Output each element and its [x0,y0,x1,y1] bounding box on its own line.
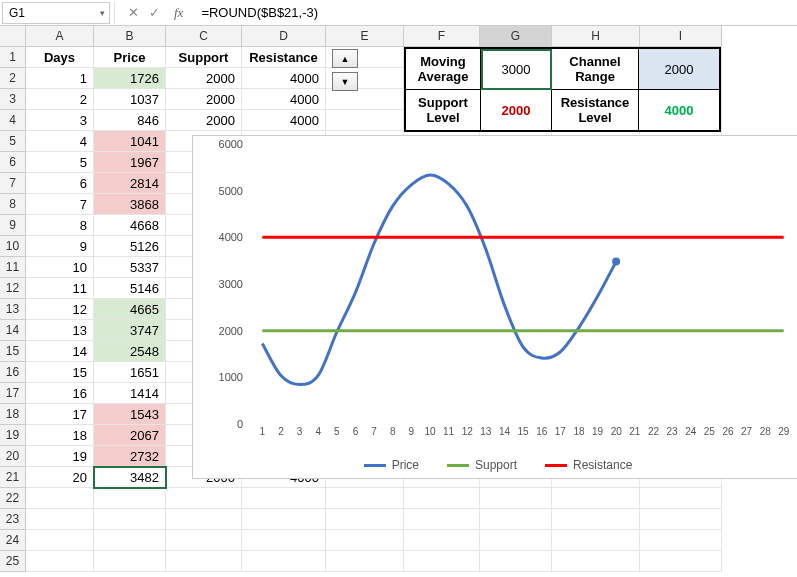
cell-A15[interactable]: 14 [26,341,94,362]
cell-E23[interactable] [326,509,404,530]
cell-B22[interactable] [94,488,166,509]
cell-D24[interactable] [242,530,326,551]
cell-I25[interactable] [640,551,722,572]
row-header-3[interactable]: 3 [0,89,26,110]
formula-input[interactable] [195,2,797,24]
cell-A10[interactable]: 9 [26,236,94,257]
cell-B1[interactable]: Price [94,47,166,68]
cell-D1[interactable]: Resistance [242,47,326,68]
select-all-corner[interactable] [0,26,26,47]
row-header-20[interactable]: 20 [0,446,26,467]
cell-H23[interactable] [552,509,640,530]
row-header-7[interactable]: 7 [0,173,26,194]
cell-D3[interactable]: 4000 [242,89,326,110]
cell-B5[interactable]: 1041 [94,131,166,152]
spinner-up-button[interactable]: ▲ [332,49,358,68]
row-header-2[interactable]: 2 [0,68,26,89]
col-header-B[interactable]: B [94,26,166,47]
cell-A16[interactable]: 15 [26,362,94,383]
cell-B19[interactable]: 2067 [94,425,166,446]
cell-G22[interactable] [480,488,552,509]
cell-E4[interactable] [326,110,404,131]
cell-C3[interactable]: 2000 [166,89,242,110]
fx-icon[interactable]: fx [170,5,187,21]
cell-C23[interactable] [166,509,242,530]
cell-B11[interactable]: 5337 [94,257,166,278]
cell-B9[interactable]: 4668 [94,215,166,236]
row-header-11[interactable]: 11 [0,257,26,278]
row-header-14[interactable]: 14 [0,320,26,341]
col-header-I[interactable]: I [640,26,722,47]
moving-average-value[interactable]: 3000 [481,49,552,90]
row-header-25[interactable]: 25 [0,551,26,572]
col-header-E[interactable]: E [326,26,404,47]
cell-G25[interactable] [480,551,552,572]
accept-icon[interactable]: ✓ [149,5,160,20]
cell-C4[interactable]: 2000 [166,110,242,131]
cell-B2[interactable]: 1726 [94,68,166,89]
col-header-C[interactable]: C [166,26,242,47]
cell-G23[interactable] [480,509,552,530]
col-header-D[interactable]: D [242,26,326,47]
cell-A13[interactable]: 12 [26,299,94,320]
cell-B21[interactable]: 3482 [94,467,166,488]
row-header-5[interactable]: 5 [0,131,26,152]
cell-B18[interactable]: 1543 [94,404,166,425]
cell-B13[interactable]: 4665 [94,299,166,320]
cell-A7[interactable]: 6 [26,173,94,194]
cell-A11[interactable]: 10 [26,257,94,278]
cell-A2[interactable]: 1 [26,68,94,89]
cell-F25[interactable] [404,551,480,572]
row-header-9[interactable]: 9 [0,215,26,236]
row-header-15[interactable]: 15 [0,341,26,362]
row-header-19[interactable]: 19 [0,425,26,446]
cell-B4[interactable]: 846 [94,110,166,131]
col-header-F[interactable]: F [404,26,480,47]
cell-D2[interactable]: 4000 [242,68,326,89]
cell-A17[interactable]: 16 [26,383,94,404]
cell-A23[interactable] [26,509,94,530]
cell-A22[interactable] [26,488,94,509]
cell-H25[interactable] [552,551,640,572]
row-header-10[interactable]: 10 [0,236,26,257]
cell-B20[interactable]: 2732 [94,446,166,467]
chart[interactable]: 0100020003000400050006000 4000 2000 1234… [192,135,797,479]
cell-C25[interactable] [166,551,242,572]
cell-F23[interactable] [404,509,480,530]
cell-A18[interactable]: 17 [26,404,94,425]
cell-E24[interactable] [326,530,404,551]
name-box[interactable]: G1 ▾ [2,2,110,24]
cell-A21[interactable]: 20 [26,467,94,488]
row-header-6[interactable]: 6 [0,152,26,173]
cell-F24[interactable] [404,530,480,551]
cell-B23[interactable] [94,509,166,530]
cell-A20[interactable]: 19 [26,446,94,467]
support-level-value[interactable]: 2000 [481,90,552,131]
cell-B12[interactable]: 5146 [94,278,166,299]
cell-A3[interactable]: 2 [26,89,94,110]
cell-A9[interactable]: 8 [26,215,94,236]
cell-A24[interactable] [26,530,94,551]
cell-B10[interactable]: 5126 [94,236,166,257]
cell-H22[interactable] [552,488,640,509]
cell-I24[interactable] [640,530,722,551]
col-header-G[interactable]: G [480,26,552,47]
cell-I22[interactable] [640,488,722,509]
cell-G24[interactable] [480,530,552,551]
row-header-4[interactable]: 4 [0,110,26,131]
cell-F22[interactable] [404,488,480,509]
cell-B3[interactable]: 1037 [94,89,166,110]
cell-B15[interactable]: 2548 [94,341,166,362]
cell-D25[interactable] [242,551,326,572]
row-header-22[interactable]: 22 [0,488,26,509]
cell-A25[interactable] [26,551,94,572]
row-header-21[interactable]: 21 [0,467,26,488]
resistance-level-value[interactable]: 4000 [639,90,720,131]
cell-I23[interactable] [640,509,722,530]
row-header-24[interactable]: 24 [0,530,26,551]
cell-E22[interactable] [326,488,404,509]
cell-D23[interactable] [242,509,326,530]
spinner-down-button[interactable]: ▼ [332,72,358,91]
cell-C22[interactable] [166,488,242,509]
cell-B7[interactable]: 2814 [94,173,166,194]
